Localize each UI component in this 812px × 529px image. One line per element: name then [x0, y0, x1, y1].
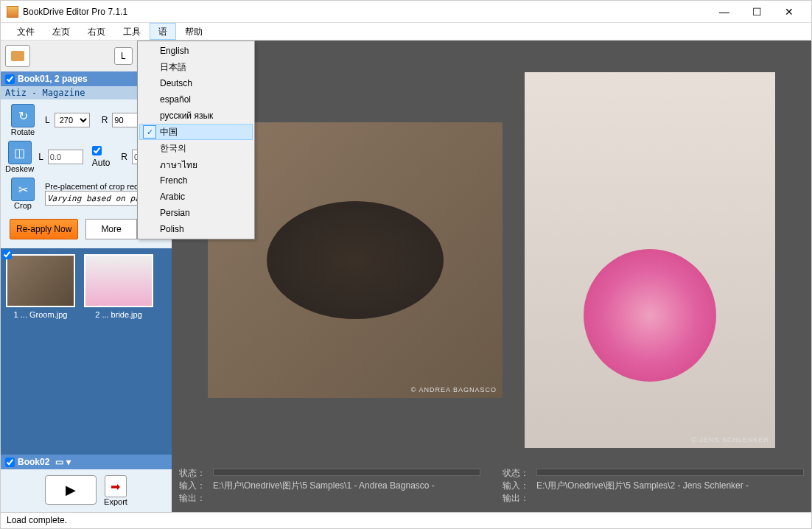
thumb-2[interactable]: 2 ... bride.jpg [82, 254, 155, 319]
app-icon [7, 6, 18, 18]
info-row: 状态： 输入：E:\用户\Onedrive\图片\5 Samples\1 - A… [172, 464, 811, 512]
lang-option-3[interactable]: español [139, 91, 253, 108]
crop-icon[interactable]: ✂ [11, 178, 35, 201]
lang-option-5[interactable]: ✓中国 [139, 124, 253, 140]
menu-file[interactable]: 文件 [8, 23, 43, 40]
book1-checkbox[interactable] [5, 74, 15, 84]
check-icon: ✓ [143, 125, 156, 139]
bouquet-image [584, 249, 716, 382]
menubar: 文件 左页 右页 工具 语 帮助 [1, 23, 811, 41]
more-button[interactable]: More [85, 219, 136, 239]
collapse-icon[interactable]: ▭ [55, 457, 63, 467]
thumb-1[interactable]: 1 ... Groom.jpg [4, 254, 77, 319]
left-credit: © ANDREA BAGNASCO [411, 386, 497, 393]
right-preview[interactable]: © JENS SCHLENKER [525, 72, 775, 448]
menu-help[interactable]: 帮助 [176, 23, 211, 40]
right-input-path: E:\用户\Onedrive\图片\5 Samples\2 - Jens Sch… [536, 480, 749, 492]
lang-option-7[interactable]: ภาษาไทย [139, 156, 253, 172]
couple-image [267, 201, 444, 319]
lang-option-9[interactable]: Arabic [139, 189, 253, 205]
reapply-button[interactable]: Re-apply Now [10, 219, 78, 239]
thumb-1-img [6, 254, 75, 307]
lang-option-8[interactable]: French [139, 172, 253, 189]
crop-label: Crop [14, 201, 32, 210]
left-input-path: E:\用户\Onedrive\图片\5 Samples\1 - Andrea B… [213, 480, 435, 492]
right-credit: © JENS SCHLENKER [691, 436, 769, 444]
play-row: ▶ ➡ Export [1, 469, 172, 512]
language-dropdown: English日本語Deutschespañolрусский язык✓中国한… [137, 41, 255, 239]
rotate-l-select[interactable]: 270 [55, 113, 90, 127]
maximize-button[interactable]: ☐ [741, 1, 773, 22]
deskew-auto[interactable]: Auto [92, 146, 113, 168]
lang-option-6[interactable]: 한국의 [139, 140, 253, 156]
titlebar: BookDrive Editor Pro 7.1.1 — ☐ ✕ [1, 1, 811, 23]
export-label: Export [104, 497, 127, 506]
thumb-2-img [84, 254, 153, 307]
rotate-icon[interactable]: ↻ [11, 104, 35, 127]
l-button[interactable]: L [114, 47, 133, 65]
lang-option-1[interactable]: 日本語 [139, 59, 253, 75]
thumbnails: 1 ... Groom.jpg 2 ... bride.jpg [1, 248, 172, 455]
menu-left[interactable]: 左页 [43, 23, 79, 40]
book2-header[interactable]: Book02 ▭ ▾ [1, 455, 172, 469]
deskew-icon[interactable]: ◫ [8, 141, 32, 164]
deskew-label: Deskew [5, 164, 34, 173]
lang-option-2[interactable]: Deutsch [139, 75, 253, 91]
minimize-button[interactable]: — [708, 1, 741, 22]
expand-icon[interactable]: ▾ [66, 457, 71, 467]
menu-tools[interactable]: 工具 [114, 23, 150, 40]
book2-checkbox[interactable] [5, 458, 15, 467]
export-button[interactable]: ➡ [105, 475, 127, 497]
play-button[interactable]: ▶ [45, 475, 97, 505]
folder-icon [11, 51, 24, 61]
menu-language[interactable]: 语 [150, 23, 176, 40]
viewer: © ANDREA BAGNASCO © JENS SCHLENKER 状态： 输… [172, 41, 811, 512]
deskew-l-input [48, 150, 83, 164]
status-bar: Load complete. [1, 512, 811, 528]
thumbs-checkbox[interactable] [2, 250, 12, 259]
open-folder-button[interactable] [5, 45, 30, 67]
lang-option-10[interactable]: Persian [139, 205, 253, 221]
menu-right[interactable]: 右页 [79, 23, 114, 40]
app-title: BookDrive Editor Pro 7.1.1 [23, 7, 708, 17]
book1-title: Book01, 2 pages [18, 74, 88, 84]
close-button[interactable]: ✕ [773, 1, 805, 22]
lang-option-11[interactable]: Polish [139, 221, 253, 237]
rotate-label: Rotate [11, 127, 35, 136]
left-progress [213, 469, 480, 476]
lang-option-0[interactable]: English [139, 43, 253, 59]
lang-option-4[interactable]: русский язык [139, 108, 253, 124]
right-progress [536, 469, 804, 476]
